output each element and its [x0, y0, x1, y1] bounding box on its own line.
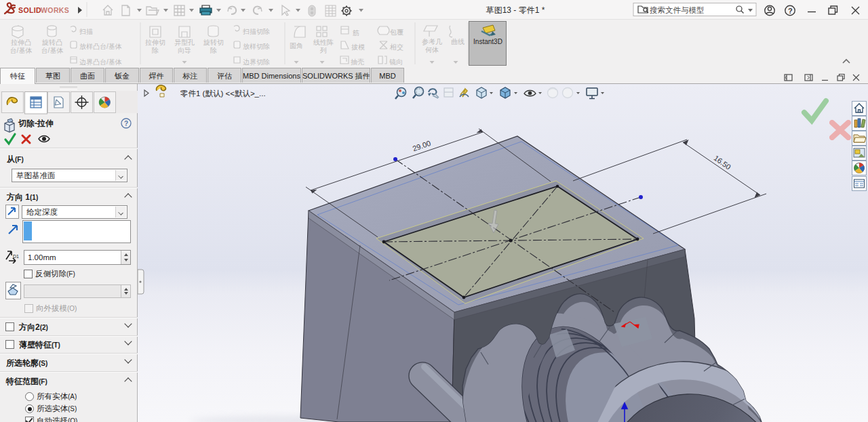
svg-text:?: ?: [124, 120, 128, 127]
svg-text:WORKS: WORKS: [41, 6, 69, 14]
svg-text:D1: D1: [13, 254, 19, 259]
svg-text:SOLID: SOLID: [18, 6, 41, 14]
svg-text:?: ?: [788, 7, 793, 15]
